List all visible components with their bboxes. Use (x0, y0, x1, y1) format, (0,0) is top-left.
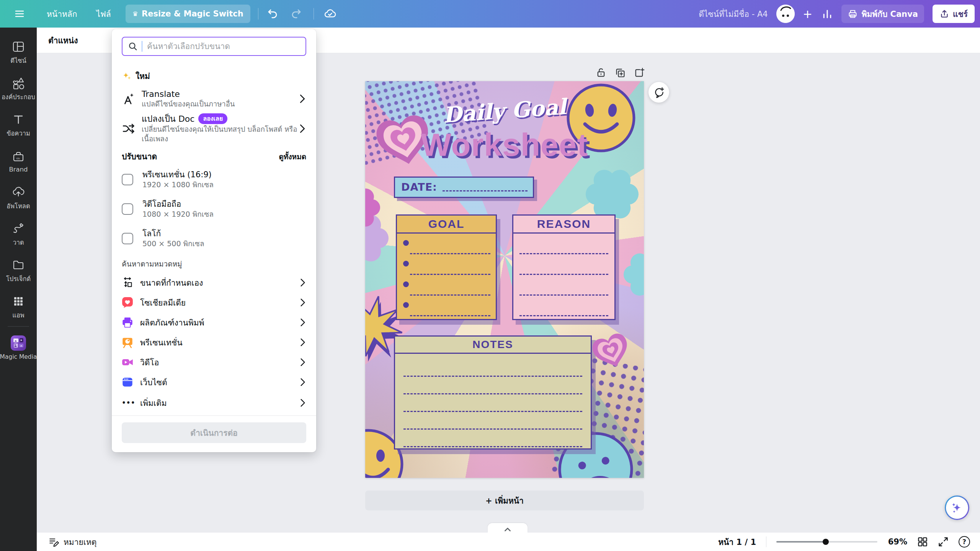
zoom-slider[interactable] (776, 541, 877, 543)
bottom-panel-handle[interactable] (488, 523, 528, 533)
sidebar-item-elements[interactable]: องค์ประกอบ (0, 72, 37, 106)
unlock-icon[interactable] (596, 67, 606, 78)
preset-mobile-video[interactable]: วิดีโอมือถือ 1080 × 1920 พิกเซล (117, 196, 311, 222)
sidebar-item-uploads[interactable]: อัพโหลด (0, 181, 37, 215)
worksheet-title-main[interactable]: Worksheet (365, 126, 644, 164)
save-status-button[interactable] (324, 8, 336, 20)
chevron-right-icon (299, 338, 306, 347)
category-label: พรีเซนเทชั่น (140, 336, 183, 349)
sidebar-item-label: อัพโหลด (7, 201, 30, 211)
doc-title-text: แปลงเป็น Doc (142, 114, 194, 124)
video-icon (122, 356, 133, 368)
magic-media-icon (11, 335, 26, 351)
notes-line (395, 380, 591, 397)
hamburger-icon (15, 9, 24, 19)
category-print-products[interactable]: ผลิตภัณฑ์งานพิมพ์ (117, 312, 311, 332)
canva-editor: หน้าหลัก ไฟล์ ♛ Resize & Magic Switch ดี… (0, 0, 980, 551)
page-controls (596, 67, 645, 78)
sidebar-item-apps[interactable]: แอพ (0, 291, 37, 324)
design-page[interactable]: Daily Goal Worksheet DATE: GOAL REASON (365, 81, 644, 478)
sidebar-item-label: แอพ (12, 310, 24, 320)
sidebar-item-draw[interactable]: วาด (0, 218, 37, 252)
date-box[interactable]: DATE: (394, 177, 534, 198)
add-page-button[interactable]: + เพิ่มหน้า (365, 491, 644, 510)
checkbox[interactable] (122, 203, 133, 215)
notes-line (395, 433, 591, 450)
main-menu-button[interactable] (15, 9, 24, 19)
undo-button[interactable] (267, 8, 278, 20)
category-video[interactable]: วิดีโอ (117, 352, 311, 372)
category-custom-size[interactable]: ขนาดที่กำหนดเอง (117, 273, 311, 293)
panel-divider (112, 415, 316, 416)
reason-line (513, 237, 614, 257)
share-button[interactable]: แชร์ (933, 5, 975, 23)
sidebar-item-magic-media[interactable]: Magic Media (0, 330, 37, 365)
insights-button[interactable] (822, 8, 833, 20)
date-label: DATE: (401, 180, 437, 195)
print-with-canva-button[interactable]: พิมพ์กับ Canva (841, 5, 924, 23)
sidebar-item-projects[interactable]: โปรเจ็กต์ (0, 254, 37, 288)
sidebar-item-label: โปรเจ็กต์ (6, 274, 31, 284)
help-button[interactable]: ? (959, 536, 970, 548)
translate-item[interactable]: Translate แปลดีไซน์ของคุณเป็นภาษาอื่น (117, 87, 311, 111)
preset-presentation-169[interactable]: พรีเซนเทชั่น (16:9) 1920 × 1080 พิกเซล (117, 167, 311, 192)
zoom-slider-thumb[interactable] (823, 539, 829, 545)
search-input[interactable] (146, 41, 300, 51)
category-section-header: ค้นหาตามหมวดหมู่ (122, 258, 182, 270)
sidebar: ดีไซน์ องค์ประกอบ ข้อความ co. Brand อัพโ… (0, 28, 37, 551)
undo-icon (267, 8, 278, 20)
category-website[interactable]: เว็บไซต์ (117, 372, 311, 392)
checkbox[interactable] (122, 233, 133, 244)
top-bar: หน้าหลัก ไฟล์ ♛ Resize & Magic Switch ดี… (0, 0, 980, 28)
add-page-label: + เพิ่มหน้า (485, 494, 524, 507)
avatar[interactable] (776, 5, 795, 23)
add-page-icon[interactable] (634, 67, 645, 78)
duplicate-page-icon[interactable] (615, 67, 626, 78)
preset-label: โลโก้ (142, 228, 204, 239)
continue-button[interactable]: ดำเนินการต่อ (122, 422, 306, 443)
notes-icon (48, 536, 59, 547)
grid-view-icon[interactable] (917, 536, 928, 547)
notes-toggle[interactable]: หมายเหตุ (48, 536, 96, 548)
category-more[interactable]: ••• เพิ่มเติม (117, 393, 311, 413)
goal-box[interactable]: GOAL (396, 214, 497, 320)
category-presentation[interactable]: พรีเซนเทชั่น (117, 332, 311, 352)
goal-line (397, 237, 496, 257)
notes-line (395, 415, 591, 433)
text-icon (12, 113, 24, 126)
sidebar-item-brand[interactable]: co. Brand (0, 145, 37, 179)
home-menu-item[interactable]: หน้าหลัก (43, 8, 81, 20)
redo-button[interactable] (291, 8, 302, 20)
sidebar-item-text[interactable]: ข้อความ (0, 109, 37, 142)
shuffle-icon (122, 122, 135, 135)
preset-label: วิดีโอมือถือ (142, 199, 214, 209)
home-label: หน้าหลัก (47, 10, 77, 19)
sidebar-item-design[interactable]: ดีไซน์ (0, 36, 37, 70)
preset-logo[interactable]: โลโก้ 500 × 500 พิกเซล (117, 226, 311, 251)
custom-size-icon (122, 277, 133, 288)
notes-box[interactable]: NOTES (394, 335, 592, 450)
resize-magic-switch-button[interactable]: ♛ Resize & Magic Switch (126, 5, 250, 23)
view-all-link[interactable]: ดูทั้งหมด (279, 151, 306, 162)
file-menu-item[interactable]: ไฟล์ (92, 8, 114, 20)
category-label: ขนาดที่กำหนดเอง (140, 276, 203, 289)
design-title[interactable]: ดีไซน์ที่ไม่มีชื่อ - A4 (699, 8, 768, 20)
sidebar-item-label: ข้อความ (7, 128, 30, 138)
redo-icon (291, 8, 302, 20)
category-label: ผลิตภัณฑ์งานพิมพ์ (140, 316, 204, 329)
checkbox[interactable] (122, 174, 133, 185)
reason-header: REASON (513, 216, 614, 234)
add-member-button[interactable]: + (800, 7, 815, 21)
comment-button[interactable] (648, 82, 669, 103)
convert-to-doc-item[interactable]: แปลงเป็น Docลองเลย เปลี่ยนดีไซน์ของคุณให… (117, 116, 311, 141)
svg-text:co.: co. (16, 157, 21, 160)
reason-box[interactable]: REASON (512, 214, 616, 320)
preset-size: 500 × 500 พิกเซล (142, 239, 204, 249)
category-social-media[interactable]: โซเชียลมีเดีย (117, 293, 311, 312)
position-button[interactable]: ตำแหน่ง (48, 34, 78, 47)
ai-assistant-button[interactable] (945, 495, 969, 520)
fullscreen-icon[interactable] (938, 536, 949, 547)
doc-subtitle: เปลี่ยนดีไซน์ของคุณให้เป็นบทสรุป บล็อกโพ… (142, 125, 299, 144)
folder-icon (12, 259, 24, 271)
sparkles-icon (951, 501, 964, 514)
